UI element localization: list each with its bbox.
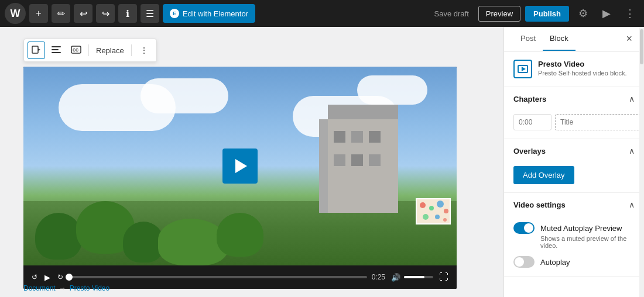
overlays-section: Overlays ∧ Add Overlay: [504, 139, 644, 193]
chapter-time-input[interactable]: [513, 114, 551, 130]
block-description: Presto Self-hosted video block.: [538, 70, 627, 77]
outer-scrollbar[interactable]: [639, 27, 644, 297]
volume-fill: [404, 276, 424, 278]
add-block-button[interactable]: +: [29, 4, 48, 23]
plugins-button[interactable]: ▶: [597, 4, 616, 23]
more-options-button[interactable]: ⋮: [621, 4, 639, 23]
info-button[interactable]: ℹ: [118, 4, 137, 23]
volume-area: 🔊: [390, 272, 433, 283]
edit-with-elementor-button[interactable]: E Edit with Elementor: [163, 4, 255, 23]
autoplay-label: Autoplay: [540, 258, 570, 267]
overlays-section-header[interactable]: Overlays ∧: [504, 139, 644, 163]
tree-5: [217, 213, 263, 257]
muted-autoplay-row: Muted Autoplay Preview: [513, 222, 635, 234]
chapter-title-input[interactable]: [555, 114, 644, 130]
chapters-chevron-icon: ∧: [629, 94, 635, 103]
list-view-button[interactable]: ☰: [141, 4, 159, 23]
video-settings-chevron-icon: ∧: [629, 200, 635, 209]
align-button[interactable]: [47, 42, 65, 59]
autoplay-toggle-knob: [515, 257, 524, 267]
captions-button[interactable]: CC: [67, 42, 85, 59]
fullscreen-button[interactable]: ⛶: [438, 271, 450, 284]
more-icon: ⋮: [140, 46, 148, 55]
volume-bar[interactable]: [404, 276, 433, 278]
wp-logo[interactable]: W: [5, 3, 26, 24]
rewind-back-icon: ↺: [32, 273, 37, 281]
breadcrumb-block[interactable]: Presto Video: [70, 284, 110, 292]
rewind-back-button[interactable]: ↺: [30, 272, 39, 282]
autoplay-toggle[interactable]: [513, 256, 535, 268]
play-triangle-icon: [235, 159, 247, 173]
block-icon-inner: [518, 65, 528, 73]
window-6: [369, 154, 381, 166]
autoplay-row: Autoplay: [513, 256, 635, 268]
svg-point-10: [437, 201, 444, 208]
play-icon: ▶: [44, 273, 50, 282]
sidebar-tabs: Post Block ×: [504, 27, 644, 51]
settings-button[interactable]: ⚙: [574, 4, 592, 23]
svg-point-9: [429, 206, 434, 210]
sidebar-close-button[interactable]: ×: [624, 30, 635, 47]
video-settings-section-header[interactable]: Video settings ∧: [504, 193, 644, 216]
video-scene: [23, 67, 457, 265]
toggle-knob: [524, 223, 533, 233]
progress-thumb: [66, 274, 73, 281]
toolbar-divider: [88, 44, 89, 56]
redo-button[interactable]: ↪: [96, 4, 115, 23]
elementor-icon: E: [170, 9, 179, 18]
svg-point-8: [420, 202, 426, 208]
right-sidebar: Post Block × Presto Video Presto Self-ho…: [503, 27, 644, 297]
more-block-options-button[interactable]: ⋮: [135, 42, 153, 59]
replace-button[interactable]: Replace: [93, 44, 128, 57]
add-overlay-button[interactable]: Add Overlay: [513, 166, 574, 184]
building-top: [328, 105, 398, 119]
undo-button[interactable]: ↩: [74, 4, 93, 23]
video-settings-content: Muted Autoplay Preview Shows a muted pre…: [504, 216, 644, 276]
toolbar-divider-2: [131, 44, 132, 56]
video-settings-section: Video settings ∧ Muted Autoplay Preview …: [504, 193, 644, 277]
svg-point-13: [435, 215, 440, 219]
building-col: [319, 119, 328, 213]
rewind-forward-button[interactable]: ↻: [56, 272, 64, 282]
top-bar: W + ✏ ↩ ↪ ℹ ☰ E Edit with Elementor Save…: [0, 0, 644, 27]
breadcrumb-separator: →: [59, 284, 66, 292]
preview-button[interactable]: Preview: [478, 6, 520, 22]
volume-icon: 🔊: [391, 273, 400, 282]
play-button[interactable]: [222, 148, 258, 184]
publish-button[interactable]: Publish: [525, 6, 569, 22]
chapters-section-header[interactable]: Chapters ∧: [504, 87, 644, 110]
chapters-section: Chapters ∧ ⊕: [504, 87, 644, 139]
volume-button[interactable]: 🔊: [390, 272, 402, 283]
sidebar-content: Presto Video Presto Self-hosted video bl…: [504, 51, 644, 297]
tools-button[interactable]: ✏: [52, 4, 70, 23]
window-2: [351, 131, 363, 143]
align-icon: [52, 46, 61, 55]
scroll-thumb: [640, 29, 643, 64]
main-layout: CC Replace ⋮: [0, 27, 644, 297]
rewind-forward-icon: ↻: [57, 273, 63, 281]
tree-1: [35, 213, 82, 260]
time-display: 0:25: [372, 273, 385, 281]
video-block-type-button[interactable]: [28, 42, 45, 59]
tab-block[interactable]: Block: [543, 27, 576, 51]
edit-with-elementor-label: Edit with Elementor: [183, 9, 248, 18]
video-icon: [32, 46, 41, 56]
fullscreen-icon: ⛶: [439, 272, 448, 282]
svg-point-11: [444, 209, 448, 213]
video-settings-title: Video settings: [513, 201, 566, 209]
block-icon-play: [522, 67, 526, 71]
save-draft-button[interactable]: Save draft: [430, 6, 474, 22]
block-name: Presto Video: [538, 60, 627, 68]
window-1: [334, 131, 345, 143]
play-pause-button[interactable]: ▶: [43, 272, 52, 283]
building: [328, 119, 398, 213]
breadcrumb-document[interactable]: Document: [23, 284, 56, 292]
cloud-2: [141, 78, 228, 113]
overlay-content: Add Overlay: [504, 163, 644, 192]
progress-bar[interactable]: [69, 276, 367, 278]
overlays-title: Overlays: [513, 147, 546, 156]
tab-post[interactable]: Post: [513, 27, 543, 51]
muted-autoplay-toggle[interactable]: [513, 222, 535, 234]
top-bar-right: Save draft Preview Publish ⚙ ▶ ⋮: [430, 4, 639, 23]
window-3: [369, 131, 381, 143]
